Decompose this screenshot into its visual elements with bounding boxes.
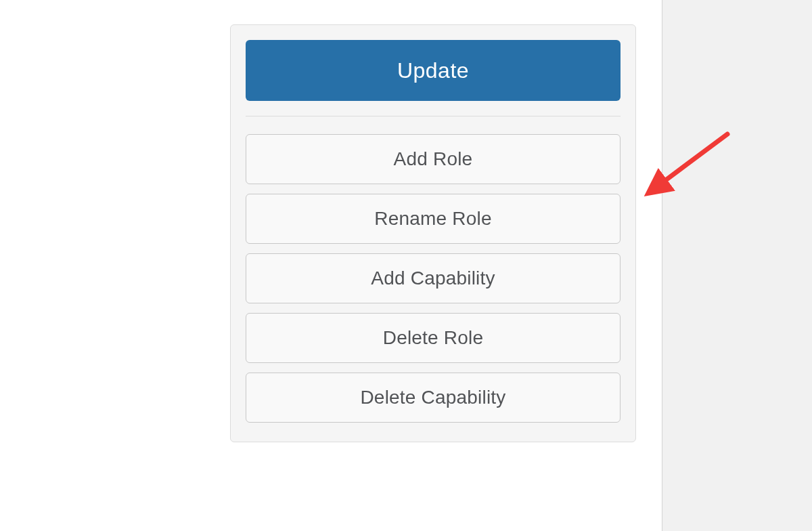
divider: [246, 116, 621, 116]
action-button-list: Add Role Rename Role Add Capability Dele…: [246, 134, 621, 423]
add-role-button[interactable]: Add Role: [246, 134, 621, 184]
add-capability-button[interactable]: Add Capability: [246, 253, 621, 303]
add-role-label: Add Role: [394, 148, 473, 170]
delete-role-label: Delete Role: [383, 327, 484, 349]
update-button[interactable]: Update: [246, 40, 621, 101]
rename-role-button[interactable]: Rename Role: [246, 194, 621, 244]
update-button-label: Update: [397, 58, 469, 83]
right-side-panel: [662, 0, 812, 531]
delete-capability-button[interactable]: Delete Capability: [246, 373, 621, 423]
add-capability-label: Add Capability: [371, 268, 495, 289]
delete-role-button[interactable]: Delete Role: [246, 313, 621, 363]
rename-role-label: Rename Role: [374, 208, 491, 230]
actions-card: Update Add Role Rename Role Add Capabili…: [230, 24, 636, 442]
delete-capability-label: Delete Capability: [360, 387, 505, 408]
